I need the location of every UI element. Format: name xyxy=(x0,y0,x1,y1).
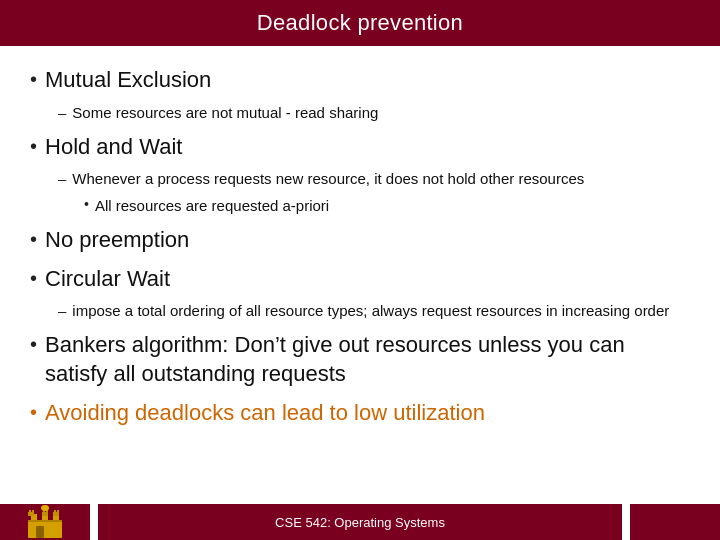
bullet-mutual-exclusion: • Mutual Exclusion xyxy=(30,66,690,95)
sub-bullet-hold-1: – Whenever a process requests new resour… xyxy=(58,168,690,189)
sub-dash-hold-1: – xyxy=(58,168,66,189)
bullet-bankers: • Bankers algorithm: Don’t give out reso… xyxy=(30,331,690,388)
footer-sep-left xyxy=(90,504,98,540)
svg-rect-4 xyxy=(28,520,62,522)
bullet-no-preemption: • No preemption xyxy=(30,226,690,255)
footer-course-label: CSE 542: Operating Systems xyxy=(275,515,445,530)
svg-rect-8 xyxy=(32,510,34,514)
footer-left xyxy=(0,504,90,540)
bullet-dot-5: • xyxy=(30,331,37,357)
bullet-text-avoiding: Avoiding deadlocks can lead to low utili… xyxy=(45,399,485,428)
sub-dash-circular-1: – xyxy=(58,300,66,321)
sub-text-mutual-1: Some resources are not mutual - read sha… xyxy=(72,102,378,123)
sub-bullet-circular-1: – impose a total ordering of all resourc… xyxy=(58,300,690,321)
svg-rect-5 xyxy=(36,526,44,538)
svg-rect-13 xyxy=(54,510,56,514)
sub-sub-bullet-hold-1: • All resources are requested a-priori xyxy=(84,195,690,216)
bullet-dot-3: • xyxy=(30,226,37,252)
bullet-text-hold-and-wait: Hold and Wait xyxy=(45,133,182,162)
bullet-avoiding: • Avoiding deadlocks can lead to low uti… xyxy=(30,399,690,428)
slide: Deadlock prevention • Mutual Exclusion –… xyxy=(0,0,720,540)
slide-content: • Mutual Exclusion – Some resources are … xyxy=(0,46,720,504)
sub-bullet-mutual-1: – Some resources are not mutual - read s… xyxy=(58,102,690,123)
sub-text-circular-1: impose a total ordering of all resource … xyxy=(72,300,669,321)
footer-sep-right xyxy=(622,504,630,540)
bullet-text-no-preemption: No preemption xyxy=(45,226,189,255)
bullet-circular-wait: • Circular Wait xyxy=(30,265,690,294)
bullet-hold-and-wait: • Hold and Wait xyxy=(30,133,690,162)
sub-dash-mutual-1: – xyxy=(58,102,66,123)
svg-rect-7 xyxy=(29,510,31,514)
footer-center: CSE 542: Operating Systems xyxy=(98,504,622,540)
bullet-text-bankers: Bankers algorithm: Don’t give out resour… xyxy=(45,331,690,388)
footer: CSE 542: Operating Systems xyxy=(0,504,720,540)
sub-sub-dot-hold-1: • xyxy=(84,195,89,215)
bullet-dot-2: • xyxy=(30,133,37,159)
bullet-dot-4: • xyxy=(30,265,37,291)
footer-logo-icon xyxy=(23,500,67,540)
bullet-dot-1: • xyxy=(30,66,37,92)
slide-title: Deadlock prevention xyxy=(0,0,720,46)
svg-point-15 xyxy=(41,505,49,511)
bullet-text-circular-wait: Circular Wait xyxy=(45,265,170,294)
sub-sub-text-hold-1: All resources are requested a-priori xyxy=(95,195,329,216)
bullet-text-mutual-exclusion: Mutual Exclusion xyxy=(45,66,211,95)
bullet-dot-6: • xyxy=(30,399,37,425)
footer-right xyxy=(630,504,720,540)
sub-text-hold-1: Whenever a process requests new resource… xyxy=(72,168,584,189)
svg-rect-14 xyxy=(57,510,59,514)
